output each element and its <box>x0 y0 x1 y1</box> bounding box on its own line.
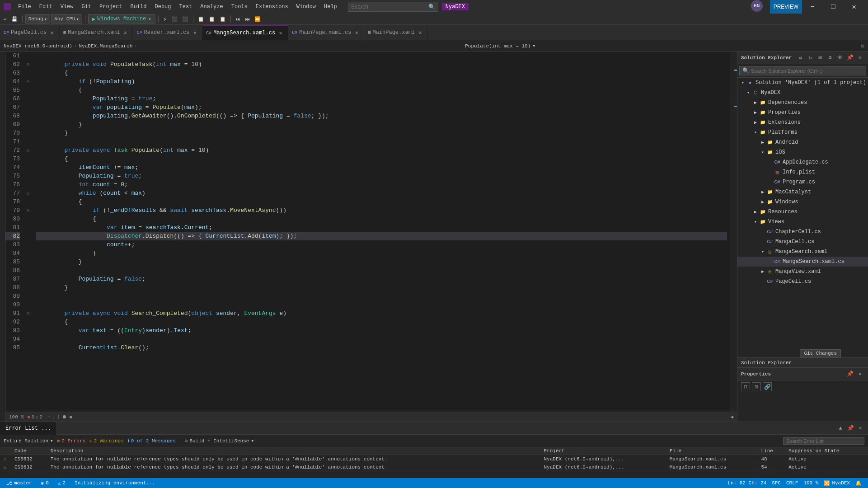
tab-pagecell[interactable]: C# PageCell.cs ✕ <box>0 25 60 41</box>
tree-item-programcs[interactable]: C# Program.cs <box>737 177 868 187</box>
tree-item-ios[interactable]: ▾ 📁 iOS <box>737 147 868 157</box>
collapse-arrow[interactable]: ▾ <box>745 90 752 95</box>
se-search-box[interactable]: 🔍 <box>739 66 866 75</box>
collapse-arrow[interactable]: ▶ <box>759 269 766 274</box>
menu-project[interactable]: Project <box>96 3 126 11</box>
tab-error-list[interactable]: Error List ... <box>0 422 57 435</box>
se-properties-button[interactable]: ⚙ <box>826 53 835 62</box>
tree-item-platforms[interactable]: ▾ 📁 Platforms <box>737 127 868 137</box>
error-row-1[interactable]: ⚠ CS8632 The annotation for nullable ref… <box>0 455 868 463</box>
col-project[interactable]: Project <box>540 447 666 455</box>
tree-item-solution[interactable]: ▾ ◈ Solution 'NyaDEX' (1 of 1 project) <box>737 78 868 88</box>
se-refresh-button[interactable]: ↻ <box>806 53 815 62</box>
tree-item-infoplist[interactable]: ▤ Info.plist <box>737 167 868 177</box>
menu-window[interactable]: Window <box>293 3 319 11</box>
error-row-2[interactable]: ⚠ CS8632 The annotation for nullable ref… <box>0 463 868 471</box>
col-suppression[interactable]: Suppression State <box>785 447 868 455</box>
tree-item-chaptercell[interactable]: C# ChapterCell.cs <box>737 227 868 237</box>
search-input[interactable] <box>351 4 428 10</box>
status-warnings[interactable]: ⚠ 2 <box>55 480 68 486</box>
tree-item-pagecell[interactable]: C# PageCell.cs <box>737 277 868 286</box>
toolbar-debug-1[interactable]: ⏭ <box>234 15 242 23</box>
tab-close-mainpage-xaml[interactable]: ✕ <box>417 29 424 36</box>
tab-close-mainpage-cs[interactable]: ✕ <box>353 29 360 36</box>
props-link-button[interactable]: 🔗 <box>763 382 772 391</box>
collapse-arrow[interactable]: ▾ <box>752 130 759 135</box>
scope-selector[interactable]: Entire Solution ▾ <box>4 438 53 444</box>
tree-item-dependencies[interactable]: ▶ 📁 Dependencies <box>737 98 868 108</box>
se-pin-button[interactable]: 📌 <box>845 53 854 62</box>
warnings-filter[interactable]: ⚠ 2 Warnings <box>89 438 124 444</box>
nav-down[interactable]: ↓ <box>52 414 56 420</box>
panel-pin-button[interactable]: 📌 <box>846 424 854 432</box>
toolbar-extra-3[interactable]: ⬛ <box>180 15 190 23</box>
props-sort-button[interactable]: ⊟ <box>741 382 750 391</box>
error-status[interactable]: ⊗ 0 ⚠ 2 <box>28 414 42 420</box>
tree-item-mangaview[interactable]: ▶ ⊞ MangaView.xaml <box>737 267 868 277</box>
se-sync-button[interactable]: ⇄ <box>796 53 805 62</box>
se-preview-button[interactable]: 👁 <box>835 53 845 62</box>
path-item-project[interactable]: NyaDEX (net6.0-android) <box>4 43 72 49</box>
minimize-button[interactable]: – <box>802 0 823 14</box>
scroll-left[interactable]: ◀ <box>730 414 733 420</box>
collapse-arrow[interactable]: ▶ <box>752 100 759 105</box>
status-errors[interactable]: ⊗ 0 <box>38 480 52 486</box>
tab-close-reader[interactable]: ✕ <box>191 29 198 36</box>
tree-item-nyadex[interactable]: ▾ ⬡ NyaDEX <box>737 88 868 98</box>
toolbar-extra-6[interactable]: 📋 <box>218 15 228 23</box>
props-filter-button[interactable]: ⊞ <box>752 382 761 391</box>
collapse-arrow[interactable]: ▶ <box>759 199 766 205</box>
tree-item-mangacell[interactable]: C# MangaCell.cs <box>737 237 868 247</box>
menu-tools[interactable]: Tools <box>228 3 251 11</box>
tree-item-appdelegate[interactable]: C# AppDelegate.cs <box>737 157 868 167</box>
menu-git[interactable]: Git <box>78 3 95 11</box>
collapse-arrow[interactable]: ▾ <box>739 80 746 85</box>
col-code[interactable]: Code <box>11 447 47 455</box>
tree-item-mangasearch-xaml[interactable]: ▾ ⊞ MangaSearch.xaml <box>737 247 868 257</box>
tree-item-resources[interactable]: ▶ 📁 Resources <box>737 207 868 217</box>
toolbar-undo[interactable]: ↩ <box>2 15 9 23</box>
git-repo[interactable]: 🔀 NyaDEX <box>821 480 853 486</box>
member-dropdown[interactable]: Populate(int max = 10) ▾ <box>465 43 535 49</box>
tab-close-active[interactable]: ✕ <box>277 29 284 37</box>
col-description[interactable]: Description <box>47 447 540 455</box>
nav-up[interactable]: ↑ <box>47 414 51 420</box>
zoom-level[interactable]: 100 % <box>801 480 821 486</box>
menu-help[interactable]: Help <box>320 3 341 11</box>
tree-item-mangasearch-cs[interactable]: C# MangaSearch.xaml.cs <box>737 257 868 267</box>
se-collapse-button[interactable]: ⊟ <box>816 53 825 62</box>
collapse-arrow[interactable]: ▶ <box>759 140 766 145</box>
col-file[interactable]: File <box>666 447 758 455</box>
platform-dropdown[interactable]: Any CPU ▾ <box>51 14 82 23</box>
line-ending[interactable]: CRLF <box>784 480 801 486</box>
toolbar-extra-2[interactable]: ⬛ <box>169 15 179 23</box>
run-button[interactable]: ▶ Windows Machine ▾ <box>88 14 155 23</box>
collapse-arrow[interactable]: ▾ <box>759 249 766 254</box>
tab-mainpage-xaml[interactable]: ⊞ MainPage.xaml ✕ <box>364 25 428 41</box>
tree-item-properties[interactable]: ▶ 📁 Properties <box>737 108 868 117</box>
col-severity[interactable] <box>0 447 11 455</box>
tab-mangasearch-xaml[interactable]: ⊞ MangaSearch.xaml ✕ <box>60 25 133 41</box>
tab-mainpage-xaml-cs[interactable]: C# MainPage.xaml.cs ✕ <box>288 25 364 41</box>
collapse-arrow[interactable]: ▶ <box>752 209 759 215</box>
menu-test[interactable]: Test <box>176 3 196 11</box>
col-line[interactable]: Line <box>757 447 785 455</box>
toolbar-debug-2[interactable]: ⏮ <box>243 15 252 23</box>
menu-file[interactable]: File <box>14 3 35 11</box>
tab-close-mangasearch-xaml[interactable]: ✕ <box>122 29 129 36</box>
tree-item-maccatalyst[interactable]: ▶ 📁 MacCatalyst <box>737 187 868 197</box>
collapse-arrow[interactable]: ▶ <box>752 120 759 125</box>
tree-item-windows[interactable]: ▶ 📁 Windows <box>737 197 868 207</box>
menu-edit[interactable]: Edit <box>36 3 56 11</box>
toolbar-extra-1[interactable]: ⚡ <box>161 14 169 24</box>
toolbar-extra-5[interactable]: 📋 <box>207 15 217 23</box>
encoding[interactable]: SPC <box>769 480 784 486</box>
se-close-button[interactable]: ✕ <box>855 53 864 62</box>
nav-record[interactable]: ⏺ <box>62 414 67 420</box>
se-search-input[interactable] <box>751 68 863 74</box>
toolbar-debug-3[interactable]: ⏩ <box>253 15 263 23</box>
debug-mode-dropdown[interactable]: Debug ▾ <box>25 14 51 23</box>
editor-minimap[interactable] <box>731 52 737 412</box>
errors-filter[interactable]: ⊗ 0 Errors <box>57 438 85 444</box>
build-intellisense-filter[interactable]: ⊙ Build + IntelliSense ▾ <box>185 438 254 444</box>
